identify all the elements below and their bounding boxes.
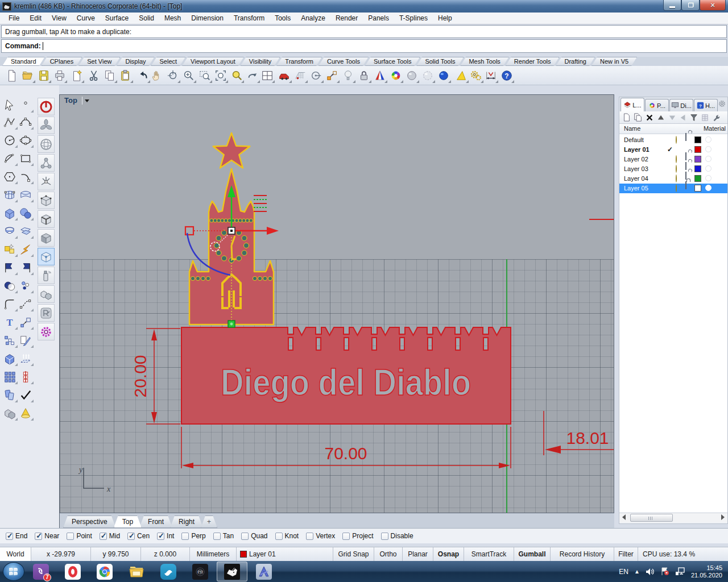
undo-view-button[interactable]: [245, 68, 260, 84]
layer-row-default[interactable]: Default: [619, 135, 727, 145]
cone-tool-button[interactable]: [18, 406, 33, 421]
menu-edit[interactable]: Edit: [24, 13, 47, 23]
ghosted-viewport-button[interactable]: [420, 68, 435, 84]
scroll-right-arrow-icon[interactable]: [721, 514, 725, 520]
menu-dimension[interactable]: Dimension: [186, 13, 229, 23]
viewport-canvas[interactable]: Diego del Diablo 20.00 70.00: [60, 95, 614, 513]
open-file-button[interactable]: [20, 68, 35, 84]
scrollbar-thumb[interactable]: [630, 514, 673, 522]
notification-button[interactable]: [454, 68, 469, 84]
restore-button[interactable]: [681, 0, 700, 11]
corner-curve-button[interactable]: [18, 169, 33, 184]
layer-visibility-bulb-icon[interactable]: [676, 155, 677, 163]
menu-tools[interactable]: Tools: [270, 13, 296, 23]
scroll-left-arrow-icon[interactable]: [622, 514, 626, 520]
layer-color-swatch[interactable]: [694, 165, 701, 172]
toggle-osnap[interactable]: Osnap: [433, 547, 464, 561]
lock-button[interactable]: [357, 68, 371, 84]
start-button[interactable]: [3, 562, 24, 581]
tray-expand-arrow-icon[interactable]: ▲: [634, 568, 640, 575]
torus-tool-button[interactable]: [2, 224, 17, 239]
toolbar-tab-surface-tools[interactable]: Surface Tools: [365, 57, 420, 66]
keyboard-language-indicator[interactable]: EN: [619, 568, 628, 576]
taskbar-opera-button[interactable]: [57, 562, 88, 581]
osnap-end-checkbox[interactable]: [6, 533, 13, 540]
layer-row-layer03[interactable]: Layer 03: [619, 164, 727, 174]
toolbar-tab-display[interactable]: Display: [117, 57, 154, 66]
panel-tab-display[interactable]: Di...: [669, 99, 693, 111]
toggle-ortho[interactable]: Ortho: [374, 547, 403, 561]
box-tool-button[interactable]: [2, 206, 17, 221]
command-input[interactable]: Command:: [1, 39, 727, 53]
layer-lock-icon[interactable]: [685, 133, 686, 141]
toolbar-tab-select[interactable]: Select: [151, 57, 186, 66]
help-button[interactable]: ?: [499, 68, 514, 84]
top-viewport[interactable]: Top: [59, 94, 614, 513]
close-button[interactable]: ✕: [700, 0, 726, 11]
color-wheel-button[interactable]: [388, 68, 403, 84]
print-button[interactable]: [52, 68, 67, 84]
osnap-knot[interactable]: Knot: [275, 532, 299, 540]
block-tool-button[interactable]: [2, 333, 17, 348]
ts-propeller-button[interactable]: [38, 117, 55, 134]
toolbar-tab-standard[interactable]: Standard: [2, 57, 45, 66]
toolbar-tab-render-tools[interactable]: Render Tools: [506, 57, 560, 66]
rendered-viewport-button[interactable]: [436, 68, 451, 84]
menu-render[interactable]: Render: [330, 13, 363, 23]
viewport-tab-top[interactable]: Top: [114, 516, 142, 528]
clock[interactable]: 15:45 21.05.2020: [691, 564, 722, 579]
layer-visibility-bulb-icon[interactable]: [676, 174, 677, 182]
cplane-selector[interactable]: World: [0, 547, 31, 561]
osnap-vertex-checkbox[interactable]: [306, 533, 313, 540]
ts-power-button[interactable]: [38, 98, 55, 115]
layer-name[interactable]: Layer 04: [624, 175, 648, 182]
toolbar-tab-transform[interactable]: Transform: [276, 57, 322, 66]
trim-tool-button[interactable]: [2, 260, 17, 275]
panel-tab-layers[interactable]: L...: [621, 98, 644, 111]
toggle-planar[interactable]: Planar: [403, 547, 433, 561]
osnap-cen[interactable]: Cen: [127, 532, 150, 540]
taskbar-chrome-button[interactable]: [89, 562, 120, 581]
viewport-title[interactable]: Top: [64, 96, 89, 105]
pan-button[interactable]: [149, 68, 164, 84]
gumball-x-arrowhead[interactable]: [267, 227, 279, 235]
toolbar-tab-curve-tools[interactable]: Curve Tools: [318, 57, 369, 66]
explode-tool-button[interactable]: [2, 242, 17, 257]
action-center-flag-icon[interactable]: [660, 567, 669, 576]
point-tool-button[interactable]: [18, 98, 33, 113]
toggle-smarttrack[interactable]: SmartTrack: [464, 547, 514, 561]
menu-mesh[interactable]: Mesh: [159, 13, 186, 23]
osnap-cen-checkbox[interactable]: [127, 533, 135, 540]
zoom-extents-button[interactable]: [213, 68, 228, 84]
layer-row-layer05[interactable]: Layer 05: [619, 184, 727, 193]
layer-row-layer02[interactable]: Layer 02: [619, 155, 727, 164]
layer-material-icon[interactable]: [705, 185, 712, 191]
render-button[interactable]: [373, 68, 387, 84]
array-linear-button[interactable]: [18, 369, 33, 384]
shaded-viewport-button[interactable]: [404, 68, 419, 84]
layer-material-icon[interactable]: [705, 156, 712, 162]
osnap-perp-checkbox[interactable]: [181, 533, 189, 540]
circle-tool-button[interactable]: [2, 133, 17, 148]
toggle-record-history[interactable]: Record History: [551, 547, 614, 561]
layer-name[interactable]: Layer 03: [624, 165, 648, 172]
toolbar-tab-mesh-tools[interactable]: Mesh Tools: [460, 57, 508, 66]
layer-lock-icon[interactable]: [685, 181, 686, 189]
menu-view[interactable]: View: [47, 13, 72, 23]
layer-name[interactable]: Layer 02: [624, 156, 648, 163]
ts-config-button[interactable]: [38, 323, 55, 340]
interpolate-curve-button[interactable]: [18, 115, 33, 130]
menu-curve[interactable]: Curve: [72, 13, 100, 23]
osnap-project[interactable]: Project: [342, 532, 373, 540]
layer-visibility-bulb-icon[interactable]: [676, 184, 677, 192]
ts-spray-button[interactable]: [38, 267, 55, 284]
layer-visibility-bulb-icon[interactable]: [676, 165, 677, 173]
osnap-disable-checkbox[interactable]: [381, 533, 388, 540]
osnap-perp[interactable]: Perp: [181, 532, 205, 540]
layer-material-icon[interactable]: [705, 136, 712, 143]
move-layer-up-icon[interactable]: [657, 114, 665, 121]
osnap-tan-checkbox[interactable]: [213, 533, 221, 540]
menu-solid[interactable]: Solid: [134, 13, 159, 23]
toggle-gumball[interactable]: Gumball: [514, 547, 551, 561]
osnap-end[interactable]: End: [6, 532, 27, 540]
